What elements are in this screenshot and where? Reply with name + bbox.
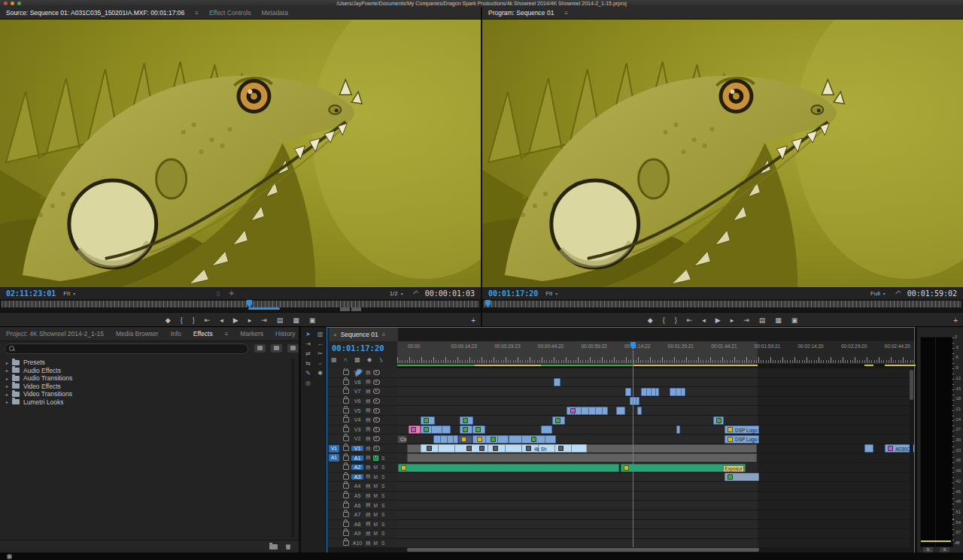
timeline-clip[interactable] — [670, 388, 685, 396]
track-output-eye-icon[interactable] — [373, 408, 380, 413]
timeline-settings-icon[interactable]: Γ — [378, 356, 381, 363]
project-tab-markers[interactable]: Markers — [240, 330, 263, 338]
track-name-v5[interactable]: V5 — [351, 408, 363, 413]
solo-right-button[interactable]: S — [940, 547, 949, 552]
source-zoom-select[interactable]: Fit▾ — [63, 290, 75, 297]
program-scrub-bar[interactable] — [484, 301, 961, 307]
lock-icon[interactable] — [343, 408, 349, 413]
source-patch-v4[interactable] — [329, 416, 339, 424]
lock-icon[interactable] — [343, 389, 349, 394]
track-name-v1[interactable]: V1 — [351, 446, 363, 451]
lock-icon[interactable] — [343, 380, 349, 385]
scrollbar-thumb[interactable] — [910, 370, 913, 400]
track-name-a10[interactable]: A10 — [351, 540, 363, 546]
mute-button[interactable]: M — [373, 540, 378, 546]
solo-button[interactable]: S — [381, 493, 386, 498]
source-patch-a7[interactable] — [329, 511, 339, 519]
source-in-handle[interactable] — [340, 307, 350, 311]
track-name-a3[interactable]: A3 — [351, 474, 363, 480]
timeline-clip[interactable] — [421, 416, 435, 425]
sync-lock-icon[interactable]: ▤ — [366, 417, 371, 423]
tab-metadata[interactable]: Metadata — [262, 9, 288, 17]
new-bin-icon[interactable] — [269, 544, 278, 549]
program-resolution-select[interactable]: Full▾ — [870, 290, 886, 297]
disclosure-icon[interactable]: ▸ — [6, 383, 8, 389]
track-name-a4[interactable]: A4 — [351, 483, 363, 489]
extract-button[interactable]: ▦ — [293, 316, 299, 324]
mute-button[interactable]: M — [373, 512, 378, 517]
timeline-clip[interactable] — [541, 425, 552, 434]
source-patch-a8[interactable] — [329, 520, 339, 528]
project-scrollbar[interactable] — [291, 359, 295, 537]
sync-lock-icon[interactable]: ▤ — [366, 379, 371, 385]
timeline-timecode[interactable]: 00:01:17:20 — [332, 344, 384, 353]
track-output-eye-icon[interactable] — [373, 389, 380, 394]
mark-out-button[interactable]: } — [193, 316, 195, 324]
timeline-clip[interactable] — [625, 388, 631, 396]
timeline-clip[interactable] — [616, 407, 625, 415]
timeline-ruler[interactable]: 00:0000:00:14:2300:00:29:2300:00:44:2200… — [397, 341, 914, 364]
mute-button[interactable]: M — [373, 465, 378, 470]
source-patch-a5[interactable] — [329, 492, 339, 500]
source-patch-v6[interactable] — [329, 398, 339, 405]
timeline-clip[interactable] — [552, 416, 565, 425]
timeline-clip[interactable] — [460, 416, 473, 425]
add-marker-button[interactable]: ◆ — [648, 316, 653, 324]
track-name-a7[interactable]: A7 — [351, 512, 363, 517]
button-editor-icon[interactable]: + — [953, 316, 958, 325]
source-patch-a2[interactable] — [329, 464, 339, 471]
mark-in-button[interactable]: { — [181, 316, 183, 324]
lock-icon[interactable] — [343, 456, 349, 461]
source-scrubber[interactable] — [0, 299, 481, 312]
yuv-effects-filter-button[interactable] — [287, 344, 299, 353]
sync-lock-icon[interactable]: ▤ — [366, 436, 371, 442]
mute-button[interactable]: M — [373, 522, 378, 527]
sync-lock-icon[interactable]: ▤ — [366, 474, 371, 480]
disclosure-icon[interactable]: ▸ — [6, 360, 8, 365]
lift-button[interactable]: ▤ — [277, 316, 284, 324]
timeline-clip[interactable] — [676, 425, 680, 434]
disclosure-icon[interactable]: ▸ — [6, 392, 8, 397]
go-to-in-button[interactable]: ⇤ — [205, 316, 211, 324]
mute-button[interactable]: M — [373, 474, 378, 480]
project-tab-info[interactable]: Info — [171, 330, 181, 338]
step-back-button[interactable]: ◂ — [702, 316, 706, 324]
source-patch-a9[interactable] — [329, 530, 339, 537]
track-output-eye-icon[interactable] — [373, 398, 380, 404]
nest-toggle-icon[interactable]: ▦ — [331, 356, 337, 363]
sync-lock-icon[interactable]: ▤ — [366, 389, 371, 395]
track-name-a9[interactable]: A9 — [351, 531, 363, 536]
sync-lock-icon[interactable]: ▤ — [366, 493, 371, 499]
tab-effect-controls[interactable]: Effect Controls — [209, 9, 251, 17]
lock-icon[interactable] — [343, 417, 349, 422]
track-name-v6[interactable]: V6 — [351, 398, 363, 404]
source-patch-a4[interactable] — [329, 483, 339, 490]
linked-selection-icon[interactable]: ▩ — [354, 356, 360, 363]
sync-lock-icon[interactable]: ▤ — [366, 446, 371, 452]
track-name-v7[interactable]: V7 — [351, 389, 363, 394]
go-to-in-button[interactable]: ⇤ — [687, 316, 693, 324]
extract-button[interactable]: ▦ — [775, 316, 782, 324]
timeline-clip[interactable] — [421, 425, 451, 434]
track-output-eye-icon[interactable] — [373, 427, 380, 432]
lock-icon[interactable] — [343, 398, 349, 404]
timeline-clip[interactable] — [509, 435, 556, 443]
export-frame-button[interactable]: ▣ — [791, 316, 798, 324]
sync-lock-icon[interactable]: ▤ — [366, 483, 371, 489]
mark-out-button[interactable]: } — [675, 316, 677, 324]
source-patch-a1[interactable]: A1 — [329, 454, 339, 462]
timeline-clip[interactable] — [409, 425, 421, 434]
sync-lock-icon[interactable]: ▤ — [366, 540, 371, 546]
list-item-presets[interactable]: ▸Presets — [0, 359, 290, 367]
add-marker-button[interactable]: ◆ — [166, 316, 171, 324]
solo-left-button[interactable]: S — [923, 547, 933, 552]
timeline-clip[interactable] — [637, 407, 642, 415]
track-name-a2[interactable]: A2 — [351, 465, 363, 470]
lock-icon[interactable] — [343, 474, 349, 480]
tab-source[interactable]: Source: Sequence 01: A031C035_150201IA.M… — [6, 9, 184, 17]
track-name-v2[interactable]: V2 — [351, 436, 363, 441]
hand-tool[interactable]: ✱ — [314, 369, 326, 378]
timeline-clip[interactable] — [641, 388, 659, 396]
tab-program[interactable]: Program: Sequence 01 — [488, 9, 554, 17]
timeline-clip[interactable] — [864, 444, 873, 453]
